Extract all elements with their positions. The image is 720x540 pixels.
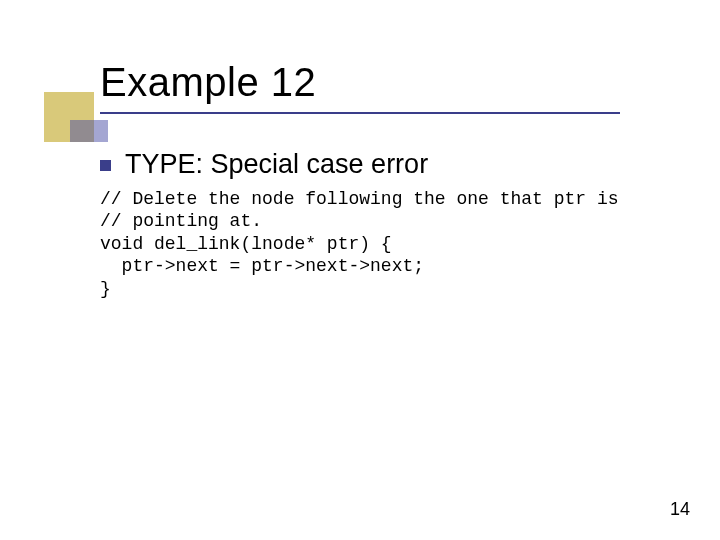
code-line-1: // Delete the node following the one tha… [100,189,618,209]
slide-body: TYPE: Special case error // Delete the n… [100,150,670,300]
bullet-square-icon [100,160,111,171]
code-line-3: void del_link(lnode* ptr) { [100,234,392,254]
title-underline [100,112,620,114]
title-accent-square-blue [70,120,108,142]
code-line-5: } [100,279,111,299]
code-line-2: // pointing at. [100,211,262,231]
code-block: // Delete the node following the one tha… [100,188,670,301]
page-number: 14 [670,499,690,520]
bullet-item: TYPE: Special case error [100,150,670,180]
slide: Example 12 TYPE: Special case error // D… [0,0,720,540]
slide-title: Example 12 [100,60,316,105]
code-line-4: ptr->next = ptr->next->next; [100,256,424,276]
bullet-text: TYPE: Special case error [125,150,428,180]
